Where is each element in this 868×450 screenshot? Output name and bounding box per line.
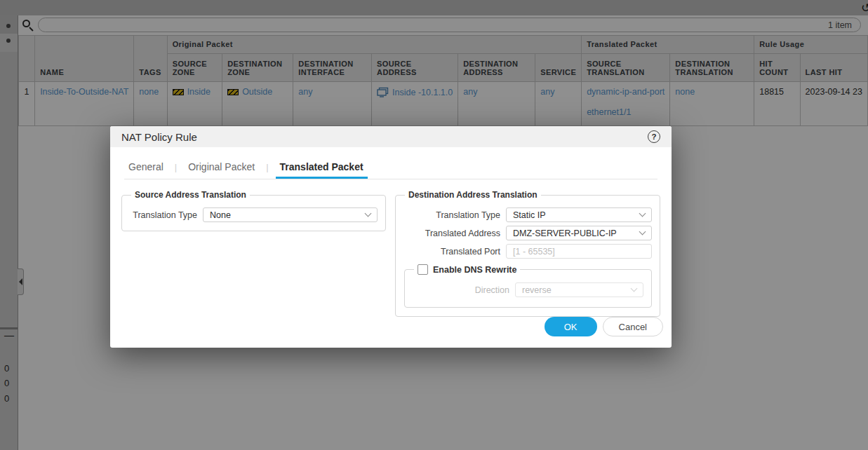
chevron-down-icon bbox=[365, 210, 372, 217]
chevron-down-icon bbox=[639, 229, 646, 236]
source-translation-type-label: Translation Type bbox=[130, 210, 197, 220]
direction-label: Direction bbox=[413, 285, 509, 295]
cancel-button[interactable]: Cancel bbox=[603, 317, 663, 336]
translated-address-value: DMZ-SERVER-PUBLIC-IP bbox=[513, 229, 617, 238]
chevron-down-icon bbox=[631, 285, 638, 292]
source-section-legend: Source Address Translation bbox=[131, 190, 250, 200]
destination-translation-type-select[interactable]: Static IP bbox=[506, 207, 652, 222]
tab-separator: | bbox=[259, 159, 275, 179]
dialog-header: NAT Policy Rule ? bbox=[110, 126, 672, 147]
dialog-body: Source Address Translation Translation T… bbox=[110, 179, 672, 317]
translated-port-label: Translated Port bbox=[403, 247, 500, 257]
enable-dns-rewrite-checkbox[interactable] bbox=[418, 264, 428, 275]
tab-general[interactable]: General bbox=[124, 158, 168, 179]
destination-section-legend: Destination Address Translation bbox=[405, 190, 541, 200]
tab-translated-packet[interactable]: Translated Packet bbox=[276, 158, 368, 179]
ok-button[interactable]: OK bbox=[545, 317, 597, 336]
help-icon[interactable]: ? bbox=[648, 130, 660, 143]
chevron-down-icon bbox=[639, 210, 646, 217]
destination-translation-type-label: Translation Type bbox=[403, 210, 500, 220]
tab-original-packet[interactable]: Original Packet bbox=[184, 158, 259, 179]
destination-address-translation-section: Destination Address Translation Translat… bbox=[395, 190, 660, 317]
enable-dns-rewrite-section: Enable DNS Rewrite Direction reverse bbox=[404, 264, 652, 308]
translated-port-input[interactable] bbox=[506, 244, 652, 259]
direction-select-disabled: reverse bbox=[515, 282, 643, 297]
source-translation-type-value: None bbox=[210, 210, 231, 220]
dialog-footer: OK Cancel bbox=[545, 317, 663, 336]
source-translation-type-select[interactable]: None bbox=[203, 207, 378, 222]
enable-dns-rewrite-label: Enable DNS Rewrite bbox=[433, 265, 516, 275]
source-address-translation-section: Source Address Translation Translation T… bbox=[121, 190, 386, 231]
dialog-title: NAT Policy Rule bbox=[121, 131, 197, 143]
nat-policy-rule-dialog: NAT Policy Rule ? General | Original Pac… bbox=[110, 126, 672, 348]
direction-value: reverse bbox=[522, 285, 552, 295]
destination-translation-type-value: Static IP bbox=[513, 210, 546, 220]
dialog-tabs: General | Original Packet | Translated P… bbox=[124, 158, 657, 179]
translated-address-label: Translated Address bbox=[403, 229, 500, 238]
translated-address-select[interactable]: DMZ-SERVER-PUBLIC-IP bbox=[506, 226, 652, 240]
tab-separator: | bbox=[168, 159, 184, 179]
